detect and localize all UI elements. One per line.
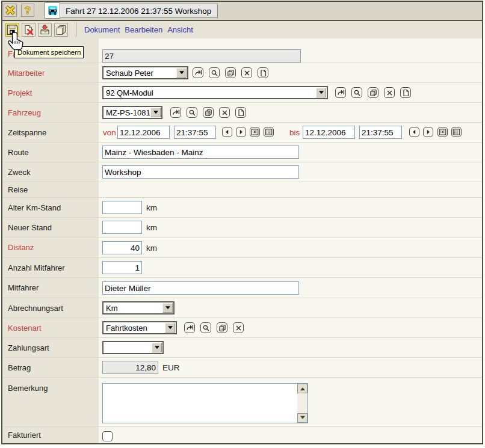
label-bemerkung: Bemerkung (2, 378, 99, 426)
label-zahlungsart: Zahlungsart (2, 338, 99, 357)
bemerkung-textarea[interactable] (103, 384, 297, 423)
projekt-clear-button[interactable] (384, 87, 395, 98)
copy-small-icon (227, 69, 235, 77)
eur-suffix: EUR (162, 363, 180, 372)
km-suffix: km (146, 223, 157, 232)
clear-icon (386, 89, 394, 97)
kostenart-goto-button[interactable] (184, 322, 195, 333)
scrollbar[interactable] (297, 384, 307, 423)
projekt-new-button[interactable] (400, 87, 411, 98)
von-date-field[interactable] (117, 126, 170, 139)
fahrzeug-search-button[interactable] (187, 107, 197, 118)
alterkmstand-field[interactable] (102, 201, 142, 214)
new-doc-icon (402, 89, 410, 97)
mitfahrer-field[interactable] (102, 281, 299, 295)
chevron-down-icon[interactable] (176, 68, 187, 78)
fahrzeug-copy-button[interactable] (203, 107, 214, 118)
mitarbeiter-new-button[interactable] (258, 67, 268, 78)
mitarbeiter-select[interactable]: Schaub Peter (102, 66, 188, 79)
select-value: Fahrtkosten (103, 322, 164, 333)
fahrzeug-select[interactable]: MZ-PS-1081 (102, 106, 162, 119)
bis-calendar-button[interactable] (451, 127, 462, 137)
fahrzeug-goto-button[interactable] (170, 107, 181, 118)
bis-date-field[interactable] (303, 126, 355, 139)
kostenart-clear-button[interactable] (233, 322, 244, 333)
title-tab: Fahrt 27 12.12.2006 21:37:55 Workshop (45, 2, 218, 19)
mitarbeiter-search-button[interactable] (209, 67, 220, 78)
zahlungsart-select[interactable] (102, 341, 164, 354)
goto-icon (194, 69, 202, 77)
route-field[interactable] (102, 146, 299, 159)
zweck-field[interactable] (102, 165, 299, 179)
toolbar-separator (76, 22, 76, 37)
chevron-down-icon[interactable] (316, 88, 326, 97)
von-next-button[interactable] (236, 127, 246, 137)
archive-button[interactable] (38, 23, 52, 37)
label-betrag: Betrag (2, 358, 99, 377)
mitarbeiter-goto-button[interactable] (193, 67, 203, 78)
projekt-goto-button[interactable] (335, 87, 346, 98)
goto-icon (337, 89, 345, 97)
chevron-down-icon[interactable] (152, 343, 162, 352)
row-betrag: Betrag EUR (2, 358, 482, 378)
chevron-down-icon[interactable] (162, 303, 173, 313)
projekt-select[interactable]: 92 QM-Modul (102, 86, 328, 99)
fahrzeug-new-button[interactable] (235, 107, 246, 118)
close-button[interactable] (4, 4, 17, 17)
select-value (103, 342, 151, 353)
von-prev-button[interactable] (222, 127, 232, 137)
menu-ansicht[interactable]: Ansicht (167, 25, 193, 34)
von-label: von (103, 128, 116, 137)
copy-small-icon (369, 89, 377, 97)
projekt-search-button[interactable] (351, 87, 362, 98)
clear-icon (243, 69, 251, 77)
chevron-down-icon[interactable] (165, 323, 175, 333)
row-projekt: Projekt 92 QM-Modul (2, 83, 482, 103)
label-mitarbeiter: Mitarbeiter (2, 63, 99, 82)
label-zeitspanne: Zeitspanne (2, 123, 99, 142)
kostenart-select[interactable]: Fahrtkosten (102, 321, 177, 334)
copy-button[interactable] (54, 23, 68, 37)
fahrtnr-field (102, 49, 301, 63)
select-value: 92 QM-Modul (103, 87, 315, 98)
bis-prev-button[interactable] (409, 127, 419, 137)
label-alterkmstand: Alter Km-Stand (2, 198, 99, 217)
label-mitfahrer: Mitfahrer (2, 278, 99, 298)
scroll-up-icon[interactable] (297, 384, 307, 393)
von-calendar-day-button[interactable] (250, 127, 260, 137)
km-suffix: km (146, 203, 157, 212)
menu-dokument[interactable]: Dokument (84, 25, 120, 34)
bis-calendar-day-button[interactable] (437, 127, 448, 137)
fahrzeug-clear-button[interactable] (219, 107, 230, 118)
mitarbeiter-clear-button[interactable] (241, 67, 252, 78)
von-calendar-button[interactable] (264, 127, 274, 137)
mitarbeiter-copy-button[interactable] (225, 67, 236, 78)
kostenart-search-button[interactable] (200, 322, 211, 333)
projekt-copy-button[interactable] (368, 87, 378, 98)
clear-icon (235, 324, 242, 332)
row-reise: Reise (2, 182, 482, 198)
row-abrechnung: Abrechnungsart Km (2, 298, 482, 318)
row-zeitspanne: Zeitspanne von (2, 123, 482, 143)
bis-next-button[interactable] (423, 127, 433, 137)
help-button[interactable]: ? (21, 4, 34, 17)
von-time-field[interactable] (174, 126, 216, 139)
menu-bearbeiten[interactable]: Bearbeiten (125, 25, 162, 34)
distanz-field[interactable] (102, 241, 142, 254)
search-icon (353, 89, 361, 97)
neuerstand-field[interactable] (102, 221, 142, 234)
menubar: Dokument Bearbeiten Ansicht (82, 21, 196, 38)
select-value: Schaub Peter (103, 67, 176, 78)
label-zweck: Zweck (2, 162, 99, 182)
kostenart-copy-button[interactable] (217, 322, 227, 333)
row-mitfahrer: Mitfahrer (2, 278, 482, 298)
abrechnungsart-select[interactable]: Km (102, 301, 175, 315)
row-bemerkung: Bemerkung (2, 378, 482, 427)
fakturiert-checkbox[interactable] (102, 431, 113, 441)
chevron-down-icon[interactable] (150, 108, 161, 117)
titlebar: ? Fahrt 27 12.12.2006 21:37:55 Workshop (2, 2, 482, 21)
bis-time-field[interactable] (359, 126, 402, 139)
scroll-down-icon[interactable] (297, 413, 307, 423)
anzahl-mitfahrer-field[interactable] (102, 261, 142, 274)
label-distanz: Distanz (2, 238, 99, 257)
